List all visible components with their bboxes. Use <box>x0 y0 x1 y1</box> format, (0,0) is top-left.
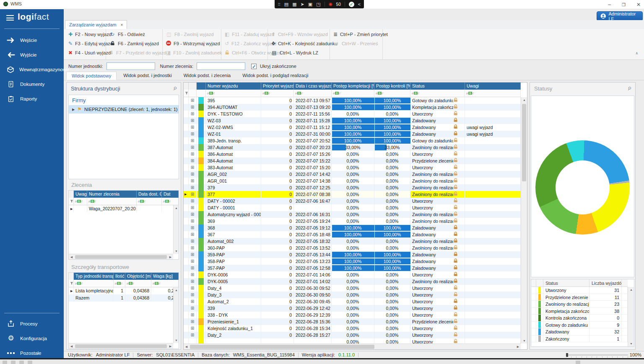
table-row[interactable]: ⊞33902022-06-29 12:420,00%0,00%Utworzony <box>184 305 521 312</box>
table-row[interactable]: ⊞Przeniesienie_102022-06-28 15:360,00%0,… <box>184 318 521 325</box>
scroll-thumb[interactable] <box>75 255 167 259</box>
expand-icon[interactable]: ⊞ <box>189 211 197 218</box>
table-row[interactable]: ⊞Automat_202022-06-30 09:450,00%0,00%Utw… <box>184 298 521 305</box>
main-column-header[interactable]: Data i czas wyjazdu <box>294 83 332 90</box>
szczegoly-column-header[interactable]: Objętość [m³] <box>125 273 151 280</box>
expand-icon[interactable]: ⊞ <box>189 164 197 171</box>
scroll-down-icon[interactable]: ▼ <box>521 338 527 343</box>
filter-cell[interactable]: aBc <box>261 90 294 97</box>
expand-icon[interactable]: ⊞ <box>189 251 197 258</box>
pin-icon-right[interactable]: ⚲ <box>626 85 632 91</box>
table-row[interactable]: ⊞37902022-07-07 12:250,00%0,00%Zwolniony… <box>184 184 521 191</box>
sidebar-item-dokumenty[interactable]: Dokumenty <box>0 77 64 91</box>
scroll-thumb[interactable] <box>75 344 167 348</box>
filter-cell[interactable]: aBc <box>74 280 114 287</box>
scroll-right-icon[interactable]: ▶ <box>168 343 173 349</box>
table-row[interactable]: ⊞389-Jedn. transp.02022-07-07 20:52100,0… <box>184 137 521 144</box>
scroll-down-icon[interactable]: ▼ <box>174 338 179 343</box>
ribbon-collapse-icon[interactable]: ∧ <box>635 51 638 55</box>
table-row[interactable]: ⊞36902022-07-05 19:240,00%0,00%Zwolniony… <box>184 218 521 225</box>
expand-icon[interactable]: ⊞ <box>189 191 197 198</box>
table-row[interactable]: ⊞DATY - 0000100,00%0,00%Utworzony <box>184 204 521 211</box>
filter-abc-icon[interactable]: aBc <box>333 92 340 95</box>
scroll-up-icon[interactable]: ▲ <box>174 287 179 293</box>
vertical-scrollbar[interactable]: ▲▼ <box>173 287 179 343</box>
expand-icon[interactable]: ⊞ <box>189 171 197 178</box>
filter-abc-icon[interactable]: aBc <box>88 200 96 203</box>
table-row[interactable]: ⊞WZ-0102022-07-31 00:00100,00%100,00%Zał… <box>184 131 521 137</box>
table-row[interactable]: ⊞358-PAP02022-07-05 13:23100,00%100,00%Z… <box>184 258 521 265</box>
filter-abc-icon[interactable]: aBc <box>75 200 83 203</box>
ribbon-button[interactable]: ✎F3 - Edytuj wyjazd <box>65 39 106 48</box>
scroll-left-icon[interactable]: ◀ <box>69 343 74 349</box>
table-row[interactable]: 0,00%0,00%Utworzony <box>184 338 521 343</box>
main-column-header[interactable]: Uwagi <box>465 83 521 90</box>
order-number-input[interactable] <box>197 62 245 70</box>
expand-icon[interactable]: ⊞ <box>189 292 197 298</box>
table-row[interactable]: ⊞39502022-07-13 09:57100,00%100,00%Gotow… <box>184 97 521 104</box>
table-row[interactable]: ⊞36702022-07-05 18:48100,00%100,00%Załad… <box>184 231 521 238</box>
sidebar-item-wyjście[interactable]: Wyjście <box>0 47 64 62</box>
szczegoly-column-header[interactable]: Waga [kg] <box>151 273 179 280</box>
view-tab[interactable]: Widok podst. i jednostki <box>118 72 177 80</box>
table-row[interactable]: ⊞WZ-02-WMS02022-07-11 15:12100,00%100,00… <box>184 124 521 131</box>
horizontal-scrollbar[interactable]: ◀▶ <box>69 254 173 259</box>
ribbon-button[interactable]: ↻F5 - Odśwież <box>106 30 162 39</box>
zlecenia-column-header[interactable]: Dat <box>162 191 179 198</box>
hamburger-menu-icon[interactable] <box>6 15 14 21</box>
filter-cell[interactable]: aBc <box>151 280 179 287</box>
expand-icon[interactable]: ⊞ <box>189 318 197 325</box>
table-row[interactable]: ⊞WZ-0302022-07-11 15:28100,00%100,00%Zał… <box>184 117 521 124</box>
table-row[interactable]: ⊞AGR_00102022-07-07 14:380,00%0,00%Zwoln… <box>184 178 521 184</box>
table-row[interactable]: ⊞360-PAP02022-07-05 13:520,00%0,00%Zwoln… <box>184 245 521 251</box>
table-row[interactable]: ⊞387-Automat02022-07-07 20:2333,00%33,00… <box>184 144 521 151</box>
sidebar-item-wejście[interactable]: Wejście <box>0 33 64 47</box>
filter-cell[interactable]: aBc <box>374 90 410 97</box>
table-row[interactable]: ⊞386-Automat02022-07-07 15:260,00%0,00%U… <box>184 151 521 157</box>
table-row[interactable]: ⊞DYK - TESTOWO02022-07-11 15:560,00%0,00… <box>184 111 521 117</box>
main-column-header[interactable]: Postęp kompletacji [%] <box>332 83 374 90</box>
expand-icon[interactable]: ⊞ <box>189 124 197 131</box>
record-icon[interactable] <box>329 3 332 6</box>
legend-row[interactable]: Zakończony1 <box>531 336 628 343</box>
close-icon[interactable]: ✕ <box>636 2 641 8</box>
ribbon-button[interactable]: ✥Ctrl+K - Kolejność załadunku <box>268 39 330 48</box>
expand-icon[interactable]: ⊞ <box>189 305 197 312</box>
filter-abc-icon[interactable]: aBc <box>138 200 145 203</box>
view-tab[interactable]: Widok podst. i podgląd realizacji <box>237 72 313 80</box>
table-row[interactable]: ⊞DATY - 0000202022-07-06 16:470,00%0,00%… <box>184 198 521 204</box>
expand-icon[interactable]: ⊞ <box>189 131 197 137</box>
vertical-scrollbar[interactable]: ▲▼ <box>173 205 179 254</box>
scroll-thumb[interactable] <box>190 345 374 349</box>
table-row[interactable]: ⊞357-PAP02022-07-05 12:58100,00%100,00%Z… <box>184 265 521 271</box>
expand-icon[interactable]: ⊞ <box>189 298 197 305</box>
expand-icon[interactable]: ⊞ <box>189 117 197 124</box>
legend-row[interactable]: Kontrola zakończona0 <box>531 315 628 322</box>
table-row[interactable]: ▶Waga_20220707_20:20:19 <box>69 205 179 212</box>
zlecenia-column-header[interactable]: Data dost. OD <box>137 191 162 198</box>
expand-icon[interactable]: ⊞ <box>189 245 197 251</box>
minimize-icon[interactable]: – <box>608 2 611 8</box>
ribbon-button[interactable]: F9 - Wstrzymaj wyjazd <box>163 39 221 48</box>
hide-finished-checkbox[interactable]: ✓ <box>251 64 257 69</box>
filter-cell[interactable]: aBc <box>206 90 261 97</box>
expand-icon[interactable]: ⊞ <box>189 238 197 245</box>
scroll-right-icon[interactable]: ▶ <box>515 344 521 349</box>
collapse-icon[interactable]: < <box>358 0 361 8</box>
tree-item-nieprzydzielone[interactable]: ▶ ⚑ NIEPRZYDZIELONE (zleceń: 1, jednoste… <box>69 105 179 114</box>
filter-abc-icon[interactable]: aBc <box>412 92 419 95</box>
main-column-header[interactable]: Status <box>410 83 465 90</box>
filter-abc-icon[interactable]: aBc <box>153 282 160 285</box>
legend-row[interactable]: Utworzony31 <box>531 287 628 294</box>
filter-cell[interactable]: aBc <box>465 90 521 97</box>
filter-abc-icon[interactable]: aBc <box>115 282 122 285</box>
legend-row[interactable]: Kompletacja zakończona38 <box>531 308 628 315</box>
tree-expand-icon[interactable]: ▶ <box>72 108 75 111</box>
table-row[interactable]: ⊞Daty_402022-06-30 09:520,00%0,00%Utworz… <box>184 285 521 292</box>
scroll-down-icon[interactable]: ▼ <box>628 341 634 346</box>
expand-icon[interactable]: ⊞ <box>189 332 197 338</box>
tab-close-icon[interactable]: × <box>121 23 123 27</box>
main-column-header[interactable]: Numer wyjazdu <box>206 83 261 90</box>
filter-abc-icon[interactable]: aBc <box>466 92 474 95</box>
scroll-down-icon[interactable]: ▼ <box>174 248 179 254</box>
